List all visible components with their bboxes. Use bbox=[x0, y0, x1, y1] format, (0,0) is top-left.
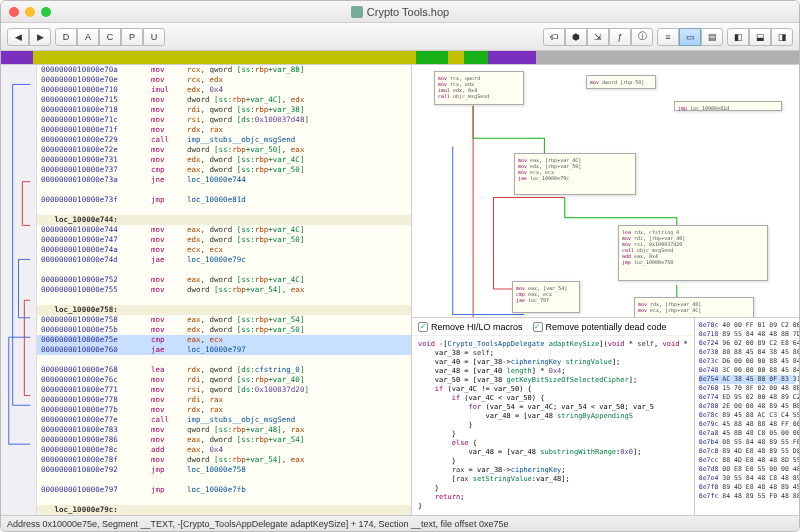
asm-instruction[interactable]: 0000000010000e797jmploc_10000e7fb bbox=[37, 485, 411, 495]
pseudo-icon[interactable]: ƒ bbox=[609, 28, 631, 46]
hex-row[interactable]: 0e724 96 02 00 89 C2 E8 64 2E 00 00 89 4… bbox=[699, 339, 795, 348]
asm-instruction[interactable] bbox=[37, 495, 411, 505]
asm-instruction[interactable] bbox=[37, 185, 411, 195]
bottom-panel-toggle[interactable]: ⬓ bbox=[749, 28, 771, 46]
left-panel-toggle[interactable]: ◧ bbox=[727, 28, 749, 46]
nav-forward-button[interactable]: ▶ bbox=[29, 28, 51, 46]
hex-row[interactable]: 0e79c 45 88 48 88 48 FF 00 FF 00 00 48 8… bbox=[699, 420, 795, 429]
cfg-node[interactable]: mov dword [rbp-50] bbox=[586, 75, 656, 89]
info-icon[interactable]: ⓘ bbox=[631, 28, 653, 46]
hex-row[interactable]: 0e73c D6 00 00 00 88 45 84 38 45 80 0F 8… bbox=[699, 357, 795, 366]
asm-view-button[interactable]: ≡ bbox=[657, 28, 679, 46]
assembly-listing[interactable]: 0000000010000e70amovrcx, qword [ss:rbp+v… bbox=[37, 65, 412, 515]
tag-icon[interactable]: 🏷 bbox=[543, 28, 565, 46]
asm-label[interactable]: loc_10000e758: bbox=[37, 305, 411, 315]
asm-instruction[interactable]: 0000000010000e70amovrcx, qword [ss:rbp+v… bbox=[37, 65, 411, 75]
remove-dead-code-checkbox[interactable]: ✓Remove potentially dead code bbox=[533, 322, 667, 332]
asm-instruction[interactable]: 0000000010000e731movedx, dword [ss:rbp+v… bbox=[37, 155, 411, 165]
cfg-node[interactable]: mov rcx, qwordmov rcx, edximul edx, 0x4c… bbox=[434, 71, 524, 105]
hex-row[interactable]: 0e7b4 08 55 84 48 89 55 F0 48 88 4D E0 4… bbox=[699, 438, 795, 447]
hex-row[interactable]: 0e70c 40 00 FF 01 09 C2 00 69 D2 04 00 0… bbox=[699, 321, 795, 330]
asm-instruction[interactable]: 0000000010000e75bmovedx, dword [ss:rbp+v… bbox=[37, 325, 411, 335]
hex-row[interactable]: 0e754 AC 38 45 80 0F 83 31 00 00 00 48 8… bbox=[699, 375, 795, 384]
asm-instruction[interactable]: 0000000010000e783movqword [ss:rbp+var_48… bbox=[37, 425, 411, 435]
asm-instruction[interactable]: 0000000010000e786moveax, dword [ss:rbp+v… bbox=[37, 435, 411, 445]
asm-instruction[interactable]: 0000000010000e71cmovrsi, qword [ds:0x100… bbox=[37, 115, 411, 125]
asm-instruction[interactable]: 0000000010000e77ecallimp__stubs__objc_ms… bbox=[37, 415, 411, 425]
asm-instruction[interactable]: 0000000010000e76cmovrdi, qword [ss:rbp+v… bbox=[37, 375, 411, 385]
asm-label[interactable]: loc_10000e744: bbox=[37, 215, 411, 225]
hex-row[interactable]: 0e7f0 89 4D E8 48 48 89 45 88 48 E8 20 5… bbox=[699, 483, 795, 492]
right-panel-toggle[interactable]: ◨ bbox=[771, 28, 793, 46]
asm-instruction[interactable] bbox=[37, 355, 411, 365]
asm-instruction[interactable]: 0000000010000e74amovecx, ecx bbox=[37, 245, 411, 255]
cfg-icon[interactable]: ⇲ bbox=[587, 28, 609, 46]
asm-instruction[interactable]: 0000000010000e729callimp__stubs__objc_ms… bbox=[37, 135, 411, 145]
asm-instruction[interactable]: 0000000010000e72emovdword [ss:rbp+var_50… bbox=[37, 145, 411, 155]
hex-row[interactable]: 0e774 ED 95 02 00 48 89 C2 48 89 D0 E8 1… bbox=[699, 393, 795, 402]
cfg-view-button[interactable]: ▭ bbox=[679, 28, 701, 46]
asm-instruction[interactable]: 0000000010000e70emovrcx, edx bbox=[37, 75, 411, 85]
asm-instruction[interactable]: 0000000010000e74djaeloc_10000e79c bbox=[37, 255, 411, 265]
hex-row[interactable]: 0e7d8 00 E8 E0 55 00 00 48 89 45 88 48 8… bbox=[699, 465, 795, 474]
nav-back-button[interactable]: ◀ bbox=[7, 28, 29, 46]
asm-instruction[interactable]: 0000000010000e78fmovdword [ss:rbp+var_54… bbox=[37, 455, 411, 465]
asm-instruction[interactable]: 0000000010000e758moveax, dword [ss:rbp+v… bbox=[37, 315, 411, 325]
asm-instruction[interactable]: 0000000010000e718movrdi, qword [ss:rbp+v… bbox=[37, 105, 411, 115]
cfg-node[interactable]: lea rdx, cfstring_0mov rdi, [rbp+var_40]… bbox=[618, 225, 768, 281]
asm-instruction[interactable]: 0000000010000e744moveax, dword [ss:rbp+v… bbox=[37, 225, 411, 235]
main-content: 0000000010000e70amovrcx, qword [ss:rbp+v… bbox=[1, 65, 799, 515]
mode-data-button[interactable]: D bbox=[55, 28, 77, 46]
asm-instruction[interactable]: 0000000010000e768leardx, qword [ds:cfstr… bbox=[37, 365, 411, 375]
segment-navigator[interactable] bbox=[1, 51, 799, 65]
mode-procedure-button[interactable]: P bbox=[121, 28, 143, 46]
asm-instruction[interactable]: 0000000010000e715movdword [ss:rbp+var_4C… bbox=[37, 95, 411, 105]
asm-instruction[interactable] bbox=[37, 205, 411, 215]
asm-instruction[interactable] bbox=[37, 475, 411, 485]
hex-row[interactable]: 0e7c0 89 4D E8 48 89 55 D8 48 89 4D D0 4… bbox=[699, 447, 795, 456]
asm-instruction[interactable] bbox=[37, 265, 411, 275]
asm-instruction[interactable]: 0000000010000e75ecmpeax, ecx bbox=[37, 335, 411, 345]
type-mode-group: D A C P U bbox=[55, 28, 165, 46]
cfg-node[interactable]: mov eax, [rbp+var_4C]mov edx, [rbp+var_5… bbox=[514, 153, 636, 195]
asm-instruction[interactable]: 0000000010000e778movrdi, rax bbox=[37, 395, 411, 405]
asm-instruction[interactable]: 0000000010000e771movrsi, qword [ds:0x100… bbox=[37, 385, 411, 395]
asm-instruction[interactable]: 0000000010000e737cmpeax, dword [ss:rbp+v… bbox=[37, 165, 411, 175]
asm-instruction[interactable]: 0000000010000e755movdword [ss:rbp+var_54… bbox=[37, 285, 411, 295]
cfg-node[interactable]: mov rdx, [rbp+var_48]mov ecx, [rbp+var_4… bbox=[634, 297, 754, 318]
flow-arrow-gutter bbox=[1, 65, 37, 515]
hex-row[interactable]: 0e7fc 84 48 89 55 F0 48 88 4D E0 48 E0 4… bbox=[699, 492, 795, 501]
hex-row[interactable]: 0e748 3C 00 00 00 88 45 84 89 45 AC 88 4… bbox=[699, 366, 795, 375]
asm-label[interactable]: loc_10000e79c: bbox=[37, 505, 411, 515]
control-flow-graph[interactable]: mov rcx, qwordmov rcx, edximul edx, 0x4c… bbox=[412, 65, 799, 318]
asm-instruction[interactable]: 0000000010000e752moveax, dword [ss:rbp+v… bbox=[37, 275, 411, 285]
hex-row[interactable]: 0e7e4 30 55 84 48 C8 48 89 48 88 48 C8 4… bbox=[699, 474, 795, 483]
hex-row[interactable]: 0e7cc 88 4D E8 48 48 8D 55 90 48 48 95 0… bbox=[699, 456, 795, 465]
asm-instruction[interactable]: 0000000010000e71fmovrdx, rax bbox=[37, 125, 411, 135]
cfg-node[interactable]: mov eax, [var_54]cmp eax, ecxjae loc_797 bbox=[512, 281, 580, 313]
hex-dump-panel[interactable]: 0e70c 40 00 FF 01 09 C2 00 69 D2 04 00 0… bbox=[695, 318, 799, 515]
hex-row[interactable]: 0e730 80 88 45 84 38 45 80 0F 84 D7 03 0… bbox=[699, 348, 795, 357]
mode-code-button[interactable]: C bbox=[99, 28, 121, 46]
asm-instruction[interactable]: 0000000010000e747movedx, dword [ss:rbp+v… bbox=[37, 235, 411, 245]
pseudocode-text[interactable]: void -[Crypto_ToolsAppDelegate adaptKeyS… bbox=[412, 336, 694, 515]
asm-instruction[interactable] bbox=[37, 295, 411, 305]
hex-row[interactable]: 0e7a8 45 8B 48 C8 05 00 00 00 00 48 89 4… bbox=[699, 429, 795, 438]
asm-instruction[interactable]: 0000000010000e77bmovrdx, rax bbox=[37, 405, 411, 415]
hex-row[interactable]: 0e718 89 55 84 48 48 8B 7D C8 48 8B 35 2… bbox=[699, 330, 795, 339]
hex-view-button[interactable]: ▤ bbox=[701, 28, 723, 46]
asm-instruction[interactable]: 0000000010000e792jmploc_10000e758 bbox=[37, 465, 411, 475]
mode-undefined-button[interactable]: U bbox=[143, 28, 165, 46]
hex-icon[interactable]: ⬢ bbox=[565, 28, 587, 46]
asm-instruction[interactable]: 0000000010000e760jaeloc_10000e797 bbox=[37, 345, 411, 355]
remove-hilo-checkbox[interactable]: ✓Remove HI/LO macros bbox=[418, 322, 523, 332]
asm-instruction[interactable]: 0000000010000e73ajneloc_10000e744 bbox=[37, 175, 411, 185]
asm-instruction[interactable]: 0000000010000e78caddeax, 0x4 bbox=[37, 445, 411, 455]
cfg-node[interactable]: jmp loc_10000e81d bbox=[674, 101, 782, 111]
hex-row[interactable]: 0e780 2E 00 00 48 89 45 B8 88 45 AC 83 C… bbox=[699, 402, 795, 411]
asm-instruction[interactable]: 0000000010000e73fjmploc_10000e81d bbox=[37, 195, 411, 205]
hex-row[interactable]: 0e760 15 70 8F 02 00 48 8B 7D B8 48 8B 3… bbox=[699, 384, 795, 393]
hex-row[interactable]: 0e78c 89 45 88 AC C3 C4 55 0B 02 00 02 8… bbox=[699, 411, 795, 420]
mode-ascii-button[interactable]: A bbox=[77, 28, 99, 46]
asm-instruction[interactable]: 0000000010000e710imuledx, 0x4 bbox=[37, 85, 411, 95]
